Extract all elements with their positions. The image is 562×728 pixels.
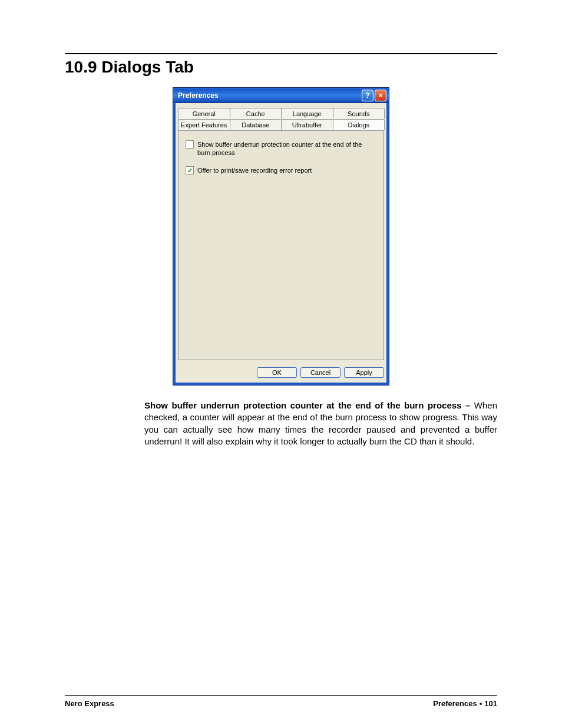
dialog-button-row: OK Cancel Apply (173, 367, 389, 383)
footer-page-number: 101 (484, 699, 497, 708)
tab-sounds[interactable]: Sounds (333, 108, 385, 119)
page-footer: Nero Express Preferences•101 (65, 695, 497, 708)
close-icon[interactable]: × (375, 90, 386, 101)
checkbox-row-error-report: ✓ Offer to print/save recording error re… (186, 166, 376, 174)
tab-general[interactable]: General (178, 108, 230, 119)
titlebar-buttons: ? × (362, 90, 386, 101)
apply-button[interactable]: Apply (344, 367, 384, 378)
tab-expert-features[interactable]: Expert Features (178, 119, 230, 130)
tab-dialogs[interactable]: Dialogs (333, 119, 385, 130)
checkbox-row-buffer-counter: Show buffer underrun protection counter … (186, 140, 376, 157)
tab-cache[interactable]: Cache (230, 108, 282, 119)
ok-button[interactable]: OK (257, 367, 297, 378)
dialog-bottom-border (173, 383, 389, 385)
checkbox-buffer-counter-label: Show buffer underrun protection counter … (197, 140, 376, 157)
checkbox-error-report[interactable]: ✓ (186, 166, 194, 174)
dialog-body: General Cache Language Sounds Expert Fea… (173, 103, 389, 367)
checkbox-error-report-label: Offer to print/save recording error repo… (197, 166, 312, 174)
footer-right: Preferences•101 (433, 699, 497, 708)
bullet-icon: • (480, 699, 482, 708)
dialog-title: Preferences (178, 91, 219, 100)
screenshot-container: Preferences ? × General Cache Language S… (65, 87, 497, 386)
body-lead-bold: Show buffer underrun protection counter … (144, 400, 470, 410)
tab-database[interactable]: Database (230, 119, 282, 130)
titlebar: Preferences ? × (173, 88, 389, 103)
tab-strip: General Cache Language Sounds Expert Fea… (178, 108, 384, 130)
footer-left: Nero Express (65, 699, 114, 708)
tab-language[interactable]: Language (281, 108, 333, 119)
footer-section-label: Preferences (433, 699, 477, 708)
cancel-button[interactable]: Cancel (300, 367, 340, 378)
tab-panel-dialogs: Show buffer underrun protection counter … (178, 130, 384, 360)
help-icon[interactable]: ? (362, 90, 373, 101)
section-heading: 10.9 Dialogs Tab (65, 58, 497, 77)
checkbox-buffer-counter[interactable] (186, 140, 194, 149)
preferences-dialog: Preferences ? × General Cache Language S… (173, 87, 389, 386)
top-rule (65, 53, 497, 54)
body-paragraph: Show buffer underrun protection counter … (144, 400, 497, 447)
tab-ultrabuffer[interactable]: Ultrabuffer (281, 119, 333, 130)
